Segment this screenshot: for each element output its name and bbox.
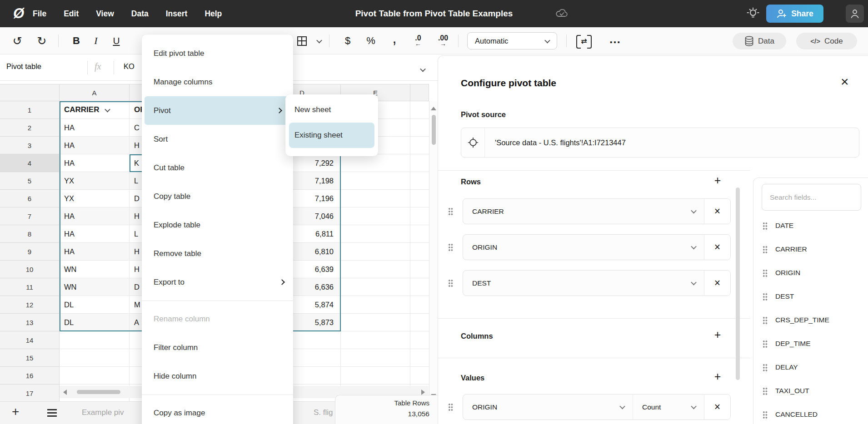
row-number[interactable]: 1 <box>0 101 60 119</box>
cell-a1[interactable]: CARRIER <box>60 101 130 119</box>
column-header-hidden[interactable] <box>410 84 429 101</box>
cell-f12[interactable] <box>410 296 429 314</box>
menu-help[interactable]: Help <box>205 9 222 19</box>
row-number[interactable]: 5 <box>0 172 60 190</box>
menu-item-copy-as-image[interactable]: Copy as image <box>142 399 293 424</box>
add-sheet-button[interactable]: + <box>12 404 19 419</box>
share-button[interactable]: Share <box>766 5 823 23</box>
field-item-crs_dep_time[interactable]: CRS_DEP_TIME <box>753 308 868 332</box>
menu-view[interactable]: View <box>96 9 114 19</box>
formula-input[interactable]: KO <box>124 62 135 71</box>
cell-e8[interactable] <box>341 225 410 243</box>
more-options-button[interactable]: … <box>604 27 625 54</box>
row-number[interactable]: 16 <box>0 367 60 385</box>
sheet-list-menu-icon[interactable] <box>47 412 57 414</box>
pivot-source-input[interactable]: 'Source data - U.S. flights'!A1:I7213447 <box>461 128 859 158</box>
cell-a2[interactable]: HA <box>60 119 130 137</box>
hint-lightbulb-icon[interactable] <box>746 6 760 21</box>
field-item-date[interactable]: DATE <box>753 214 868 237</box>
remove-field-button[interactable]: × <box>704 199 730 224</box>
cell-a8[interactable]: HA <box>60 225 130 243</box>
cell-a7[interactable]: HA <box>60 207 130 225</box>
name-box[interactable]: Pivot table <box>6 62 41 71</box>
cell-f16[interactable] <box>410 367 429 385</box>
menu-insert[interactable]: Insert <box>166 9 188 19</box>
row-number[interactable]: 2 <box>0 119 60 137</box>
remove-field-button[interactable]: × <box>704 271 730 296</box>
cell-e10[interactable] <box>341 261 410 278</box>
bold-button[interactable]: B <box>66 27 86 54</box>
vertical-scrollbar[interactable] <box>429 101 438 401</box>
vertical-scroll-thumb[interactable] <box>432 115 436 145</box>
horizontal-scroll-thumb[interactable] <box>77 390 120 394</box>
cell-a10[interactable]: WN <box>60 261 130 278</box>
menu-item-rename-column[interactable]: Rename column <box>142 305 293 333</box>
row-number[interactable]: 10 <box>0 261 60 278</box>
drag-handle-icon[interactable] <box>763 222 768 230</box>
row-number[interactable]: 8 <box>0 225 60 243</box>
cell-e16[interactable] <box>341 367 410 385</box>
menu-item-hide-column[interactable]: Hide column <box>142 362 293 390</box>
close-icon[interactable]: × <box>841 75 849 89</box>
field-item-origin[interactable]: ORIGIN <box>753 261 868 285</box>
drag-handle-icon[interactable] <box>763 340 768 348</box>
add-column-field-button[interactable]: + <box>711 329 724 340</box>
cell-f13[interactable] <box>410 314 429 331</box>
value-field-select[interactable]: ORIGIN <box>463 394 633 419</box>
cell-a9[interactable]: HA <box>60 243 130 261</box>
remove-value-field-button[interactable]: × <box>704 394 730 419</box>
increase-decimal-button[interactable]: .00→ <box>432 27 454 54</box>
app-logo-icon[interactable]: Ø <box>11 6 26 21</box>
italic-button[interactable]: I <box>86 27 105 54</box>
drag-handle-icon[interactable] <box>448 207 453 215</box>
menu-item-edit-pivot-table[interactable]: Edit pivot table <box>142 39 293 68</box>
row-number[interactable]: 13 <box>0 314 60 331</box>
remove-field-button[interactable]: × <box>704 235 730 260</box>
aggregation-select[interactable]: Count <box>633 394 704 419</box>
cell-a4[interactable]: HA <box>60 154 130 172</box>
code-view-button[interactable]: </> Code <box>796 33 857 49</box>
menu-edit[interactable]: Edit <box>64 9 79 19</box>
cell-e13[interactable] <box>341 314 410 331</box>
cell-a3[interactable]: HA <box>60 137 130 154</box>
search-fields-input[interactable]: Search fields... <box>762 184 861 211</box>
drag-handle-icon[interactable] <box>763 246 768 253</box>
menu-data[interactable]: Data <box>131 9 149 19</box>
field-item-dep_time[interactable]: DEP_TIME <box>753 332 868 355</box>
borders-button[interactable] <box>292 27 312 54</box>
fit-columns-button[interactable]: ⇄ <box>574 27 594 54</box>
row-number[interactable]: 14 <box>0 331 60 349</box>
row-number[interactable]: 9 <box>0 243 60 261</box>
cell-e6[interactable] <box>341 190 410 207</box>
menu-item-export-to[interactable]: Export to <box>142 268 293 296</box>
percent-format-button[interactable]: % <box>360 27 382 54</box>
cell-f5[interactable] <box>410 172 429 190</box>
cell-e14[interactable] <box>341 331 410 349</box>
cell-a12[interactable]: DL <box>60 296 130 314</box>
cell-f4[interactable] <box>410 154 429 172</box>
cell-f14[interactable] <box>410 331 429 349</box>
cell-f1[interactable] <box>410 101 429 119</box>
submenu-item-existing-sheet[interactable]: Existing sheet <box>289 123 374 148</box>
drag-handle-icon[interactable] <box>763 269 768 277</box>
row-number[interactable]: 11 <box>0 278 60 296</box>
menu-item-filter-column[interactable]: Filter column <box>142 333 293 362</box>
cell-e7[interactable] <box>341 207 410 225</box>
menu-item-remove-table[interactable]: Remove table <box>142 239 293 268</box>
cell-f8[interactable] <box>410 225 429 243</box>
scroll-up-arrow-icon[interactable] <box>431 107 436 110</box>
redo-button[interactable]: ↻ <box>32 27 52 54</box>
number-format-select[interactable]: Automatic <box>467 32 557 49</box>
pivot-source-ref[interactable]: 'Source data - U.S. flights'!A1:I7213447 <box>485 138 626 147</box>
cell-e11[interactable] <box>341 278 410 296</box>
drag-handle-icon[interactable] <box>763 364 768 371</box>
row-number[interactable]: 4 <box>0 154 60 172</box>
scroll-left-arrow-icon[interactable] <box>63 389 67 395</box>
decrease-decimal-button[interactable]: .0← <box>407 27 429 54</box>
field-item-cancelled[interactable]: CANCELLED <box>753 403 868 424</box>
menu-item-explode-table[interactable]: Explode table <box>142 211 293 239</box>
field-item-carrier[interactable]: CARRIER <box>753 237 868 261</box>
underline-button[interactable]: U <box>106 27 126 54</box>
drag-handle-icon[interactable] <box>448 279 453 287</box>
cell-f9[interactable] <box>410 243 429 261</box>
